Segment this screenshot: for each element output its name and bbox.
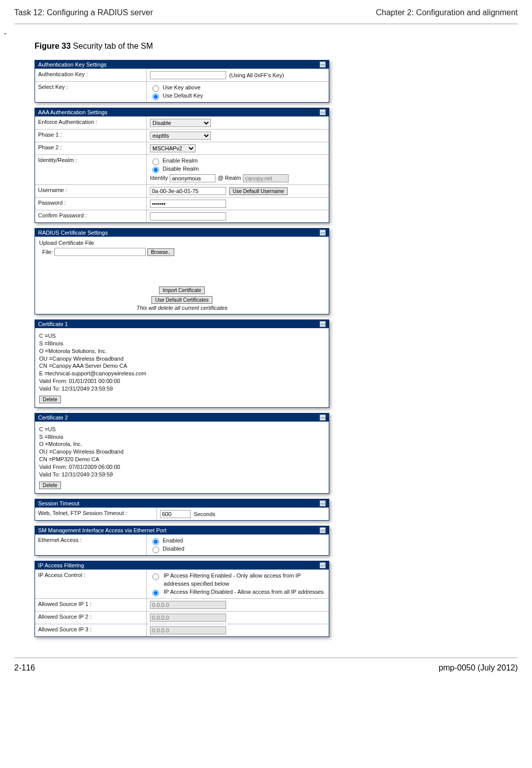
label-identity-realm: Identity/Realm : (35, 155, 147, 184)
panel-title: Authentication Key Settings (38, 61, 107, 68)
minimize-icon[interactable]: ▭ (320, 230, 326, 236)
cert1-body: C =US S =Illinois O =Motorola Solutions,… (35, 328, 329, 396)
label-allowed-ip3: Allowed Source IP 3 : (35, 624, 147, 636)
panel-title: Certificate 1 (38, 321, 68, 327)
panel-radius-cert: RADIUS Certificate Settings ▭ Upload Cer… (35, 228, 329, 314)
panel-title: SM Management Interface Access via Ether… (38, 527, 167, 533)
radio-default-key[interactable] (152, 93, 159, 100)
label-phase2: Phase 2 : (35, 142, 147, 154)
enforce-auth-select[interactable]: Disable (150, 119, 211, 127)
radio-ip-filter-disabled[interactable] (152, 590, 159, 596)
minimize-icon[interactable]: ▭ (320, 109, 326, 115)
footer-page: 2-116 (14, 663, 35, 673)
label-password: Password : (35, 198, 147, 210)
header-left: Task 12: Configuring a RADIUS server (14, 8, 153, 17)
panel-title: Session Timeout (38, 500, 79, 506)
import-cert-button[interactable]: Import Certificate (159, 286, 205, 294)
panel-cert1: Certificate 1 ▭ C =US S =Illinois O =Mot… (35, 319, 329, 408)
label-confirm-password: Confirm Password : (35, 210, 147, 222)
identity-input[interactable] (170, 174, 215, 182)
delete-cert2-button[interactable]: Delete (39, 482, 61, 489)
label-auth-key: Authentication Key : (35, 69, 147, 81)
use-default-username-button[interactable]: Use Default Username (229, 187, 288, 195)
panel-session-timeout: Session Timeout ▭ Web, Telnet, FTP Sessi… (35, 499, 329, 521)
file-path-input[interactable] (54, 248, 146, 256)
label-ethernet-access: Ethernet Access : (35, 535, 147, 555)
cert2-body: C =US S =Illinois O =Motorola, Inc. OU =… (35, 422, 329, 482)
minimize-icon[interactable]: ▭ (320, 321, 326, 327)
panel-aaa: AAA Authentication Settings ▭ Enforce Au… (35, 108, 329, 223)
panel-cert2: Certificate 2 ▭ C =US S =Illinois O =Mot… (35, 413, 329, 494)
panel-title: AAA Authentication Settings (38, 109, 107, 115)
label-username: Username : (35, 185, 147, 197)
auth-key-note: (Using All 0xFF's Key) (229, 72, 284, 78)
allowed-ip2-input[interactable] (150, 614, 226, 622)
radio-key-above[interactable] (152, 85, 159, 92)
label-ip-access-control: IP Access Control : (35, 570, 147, 598)
session-timeout-input[interactable] (160, 510, 191, 518)
auth-key-input[interactable] (150, 71, 226, 79)
label-phase1: Phase 1 : (35, 130, 147, 142)
seconds-label: Seconds (194, 511, 215, 517)
password-input[interactable] (150, 200, 226, 208)
label-allowed-ip1: Allowed Source IP 1 : (35, 599, 147, 611)
minimize-icon[interactable]: ▭ (320, 562, 326, 568)
minimize-icon[interactable]: ▭ (320, 414, 326, 421)
panel-title: Certificate 2 (38, 414, 68, 421)
label-allowed-ip2: Allowed Source IP 2 : (35, 612, 147, 624)
footer-doc: pmp-0050 (July 2012) (439, 663, 518, 673)
allowed-ip3-input[interactable] (150, 626, 226, 634)
stray-dash: - (4, 29, 518, 38)
upload-cert-label: Upload Certificate File (39, 240, 325, 246)
minimize-icon[interactable]: ▭ (320, 500, 326, 506)
radio-eth-enabled[interactable] (152, 538, 159, 545)
allowed-ip1-input[interactable] (150, 601, 226, 609)
browse-button[interactable]: Browse.. (147, 248, 174, 256)
panel-title: IP Access Filtering (38, 562, 84, 568)
radio-ip-filter-enabled[interactable] (152, 573, 159, 580)
minimize-icon[interactable]: ▭ (320, 61, 326, 68)
radio-eth-disabled[interactable] (152, 547, 159, 553)
cert-warning: This will delete all current certificate… (39, 305, 325, 311)
use-default-certs-button[interactable]: Use Default Certificates (151, 296, 212, 304)
minimize-icon[interactable]: ▭ (320, 527, 326, 533)
label-enforce-auth: Enforce Authentication : (35, 117, 147, 129)
radio-enable-realm[interactable] (152, 158, 159, 165)
radio-disable-realm[interactable] (152, 167, 159, 173)
panel-title: RADIUS Certificate Settings (38, 230, 108, 236)
figure-number: Figure 33 (35, 42, 71, 50)
panel-mgmt-access: SM Management Interface Access via Ether… (35, 526, 329, 556)
confirm-password-input[interactable] (150, 212, 226, 220)
figure-caption: Figure 33 Security tab of the SM (35, 42, 518, 51)
divider (14, 23, 518, 24)
panel-ip-filtering: IP Access Filtering ▭ IP Access Control … (35, 561, 329, 637)
header-right: Chapter 2: Configuration and alignment (376, 8, 518, 17)
label-session-timeout: Web, Telnet, FTP Session Timeout : (35, 508, 157, 520)
delete-cert1-button[interactable]: Delete (39, 396, 61, 403)
file-label: File: (42, 249, 53, 255)
phase1-select[interactable]: eapttls (150, 132, 211, 140)
label-select-key: Select Key : (35, 82, 147, 102)
realm-input[interactable] (243, 174, 289, 182)
phase2-select[interactable]: MSCHAPv2 (150, 144, 196, 152)
username-input[interactable] (150, 187, 226, 195)
panel-auth-key: Authentication Key Settings ▭ Authentica… (35, 60, 329, 103)
